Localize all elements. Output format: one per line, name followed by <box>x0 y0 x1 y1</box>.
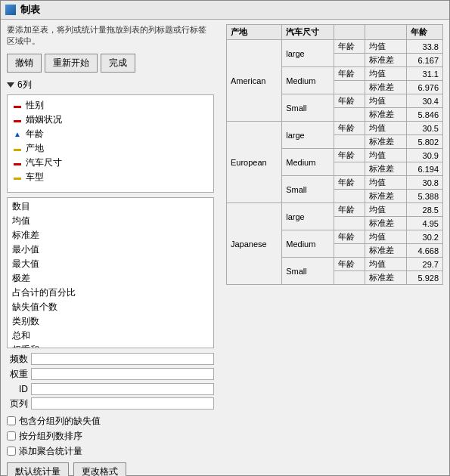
stat-age-label7: 年龄 <box>334 203 365 217</box>
stat-age-label2: 年龄 <box>334 67 365 81</box>
stat-max[interactable]: 最大值 <box>11 257 210 271</box>
size-large-jp: large <box>282 203 334 230</box>
stat-std-label2: 标准差 <box>365 81 407 94</box>
checkbox-aggregate[interactable]: 添加聚合统计量 <box>7 445 214 458</box>
blank8 <box>334 244 365 258</box>
val-am-large-std: 6.167 <box>406 54 442 67</box>
stat-std-label9: 标准差 <box>365 271 407 285</box>
val-jp-sml-mean: 29.7 <box>406 258 442 271</box>
stat-weighted-sum[interactable]: 权重和 <box>11 343 210 348</box>
stat-mean-label2: 均值 <box>365 67 407 81</box>
size-small-am: Small <box>282 94 334 122</box>
done-button[interactable]: 完成 <box>101 54 135 73</box>
stat-std-label6: 标准差 <box>365 190 407 203</box>
stat-mean-label4: 均值 <box>365 122 407 135</box>
val-jp-med-std: 4.668 <box>406 244 442 258</box>
page-label: 页列 <box>7 397 28 410</box>
col-item-marital: ▬ 婚姻状况 <box>11 113 210 127</box>
val-am-sml-mean: 30.4 <box>406 94 442 108</box>
stat-range[interactable]: 极差 <box>11 271 210 286</box>
id-input[interactable] <box>31 383 214 395</box>
blank4 <box>334 135 365 149</box>
id-label: ID <box>7 384 28 394</box>
table-row: American large 年龄 均值 33.8 <box>227 40 443 54</box>
size-large-eu: large <box>282 122 334 149</box>
stat-std-label7: 标准差 <box>365 217 407 230</box>
stat-categories[interactable]: 类别数 <box>11 314 210 329</box>
columns-list[interactable]: ▬ 性别 ▬ 婚姻状况 ▲ 年龄 ▬ 产地 ▬ 汽车尺寸 <box>7 94 214 193</box>
field-row-weight: 权重 <box>7 368 214 381</box>
age-icon: ▲ <box>12 129 23 138</box>
stat-stddev[interactable]: 标准差 <box>11 228 210 243</box>
title-bar: 制表 <box>1 1 449 20</box>
stat-mean-label7: 均值 <box>365 203 407 217</box>
stat-count[interactable]: 数目 <box>11 199 210 214</box>
freq-input[interactable] <box>31 353 214 365</box>
main-window: 制表 要添加至表，将列或统计量拖放到表的列标题或行标签区域中。 撤销 重新开始 … <box>0 0 450 476</box>
size-medium-eu: Medium <box>282 149 334 176</box>
cancel-button[interactable]: 撤销 <box>7 54 42 73</box>
val-am-med-std: 6.976 <box>406 81 442 94</box>
toolbar: 撤销 重新开始 完成 <box>7 54 214 73</box>
freq-label: 频数 <box>7 353 28 366</box>
table-row: Japanese large 年龄 均值 28.5 <box>227 203 443 217</box>
col-label-cartype: 车型 <box>26 171 44 184</box>
weight-input[interactable] <box>31 368 214 380</box>
bottom-buttons: 默认统计量 更改格式 <box>7 462 214 476</box>
default-stats-button[interactable]: 默认统计量 <box>7 462 69 476</box>
origin-american: American <box>227 40 282 122</box>
carsize-icon: ▬ <box>12 158 23 167</box>
size-small-eu: Small <box>282 176 334 203</box>
stat-mean-label: 均值 <box>365 40 407 54</box>
val-jp-large-mean: 28.5 <box>406 203 442 217</box>
field-row-freq: 频数 <box>7 353 214 366</box>
col-item-carsize: ▬ 汽车尺寸 <box>11 156 210 170</box>
stat-mean-label6: 均值 <box>365 176 407 190</box>
origin-japanese: Japanese <box>227 203 282 285</box>
marital-icon: ▬ <box>12 115 23 124</box>
missing-checkbox[interactable] <box>7 416 16 425</box>
field-row-id: ID <box>7 383 214 395</box>
stat-pct-total[interactable]: 占合计的百分比 <box>11 286 210 300</box>
table-header-row: 产地 汽车尺寸 年龄 <box>227 25 443 40</box>
left-panel: 要添加至表，将列或统计量拖放到表的列标题或行标签区域中。 撤销 重新开始 完成 … <box>1 20 220 476</box>
page-input[interactable] <box>31 397 214 410</box>
col-item-gender: ▬ 性别 <box>11 98 210 113</box>
stat-min[interactable]: 最小值 <box>11 243 210 257</box>
window-icon <box>5 5 16 15</box>
checkbox-missing[interactable]: 包含分组列的缺失值 <box>7 415 214 428</box>
size-medium-jp: Medium <box>282 230 334 258</box>
stat-mean[interactable]: 均值 <box>11 214 210 228</box>
stats-list[interactable]: 数目 均值 标准差 最小值 最大值 极差 占合计的百分比 缺失值个数 类别数 总… <box>7 197 214 348</box>
origin-european: European <box>227 122 282 203</box>
blank7 <box>334 217 365 230</box>
blank5 <box>334 162 365 176</box>
origin-icon: ▬ <box>12 144 23 153</box>
val-eu-large-std: 5.802 <box>406 135 442 149</box>
stat-age-label4: 年龄 <box>334 122 365 135</box>
sort-label: 按分组列数排序 <box>19 430 82 443</box>
val-eu-sml-mean: 30.8 <box>406 176 442 190</box>
stat-std-label8: 标准差 <box>365 244 407 258</box>
col-label-age: 年龄 <box>26 128 44 141</box>
aggregate-checkbox[interactable] <box>7 447 16 456</box>
val-eu-sml-std: 5.388 <box>406 190 442 203</box>
stat-mean-label8: 均值 <box>365 230 407 244</box>
checkbox-sort[interactable]: 按分组列数排序 <box>7 430 214 443</box>
collapse-triangle-icon[interactable] <box>7 82 14 88</box>
col-item-origin: ▬ 产地 <box>11 141 210 156</box>
val-jp-med-mean: 30.2 <box>406 230 442 244</box>
size-large-am: large <box>282 40 334 67</box>
stat-std-label3: 标准差 <box>365 108 407 122</box>
stat-missing[interactable]: 缺失值个数 <box>11 300 210 314</box>
columns-count: 6列 <box>17 79 32 91</box>
col-header-origin: 产地 <box>227 25 282 40</box>
col-header-age: 年龄 <box>406 25 442 40</box>
sort-checkbox[interactable] <box>7 431 16 440</box>
val-eu-large-mean: 30.5 <box>406 122 442 135</box>
change-format-button[interactable]: 更改格式 <box>73 462 126 476</box>
col-header-stat <box>365 25 407 40</box>
stat-sum[interactable]: 总和 <box>11 329 210 343</box>
reset-button[interactable]: 重新开始 <box>45 54 98 73</box>
window-title: 制表 <box>20 3 40 17</box>
